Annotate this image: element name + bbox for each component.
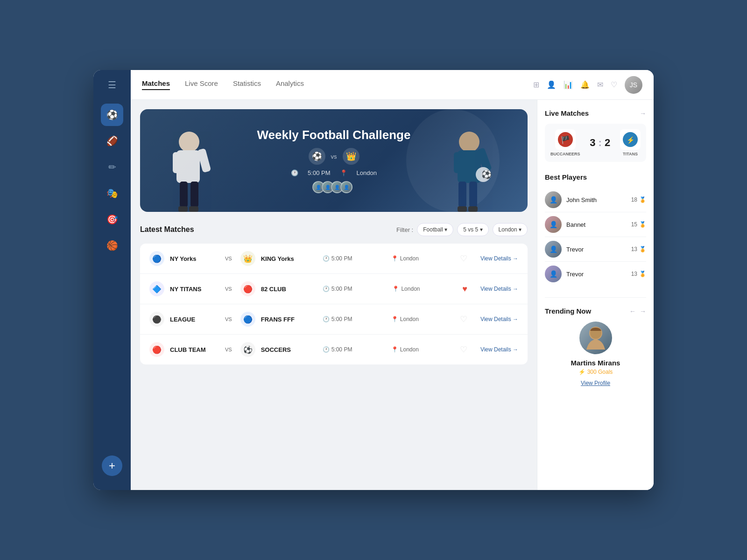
hero-title: Weekly Football Challenge	[257, 128, 411, 142]
pin-icon-4: 📍	[391, 346, 398, 353]
match-time-1: 🕐 5:00 PM	[313, 255, 386, 262]
trending-next-button[interactable]: →	[640, 308, 646, 315]
trending-player-goals: ⚡ 300 Goals	[578, 369, 613, 375]
live-matches-arrow[interactable]: →	[640, 110, 646, 117]
match-team1-name-4: CLUB TEAM	[170, 346, 217, 353]
match-team2-name-4: SOCCERS	[261, 346, 308, 353]
trending-player-avatar	[579, 322, 612, 354]
live-score1: 3	[590, 137, 595, 149]
sidebar-item-target[interactable]: 🎯	[101, 208, 123, 231]
favorite-button-2[interactable]: ♥	[462, 284, 467, 294]
player-row: 👤 Trevor 13 🏅	[545, 237, 646, 262]
player-name-3: Trevor	[566, 246, 627, 253]
live-team2-name: TITANS	[623, 152, 638, 156]
menu-icon[interactable]: ☰	[108, 79, 116, 91]
favorite-button-4[interactable]: ♡	[460, 344, 467, 355]
view-profile-button[interactable]: View Profile	[581, 380, 610, 386]
trending-goals-icon: ⚡	[578, 369, 585, 375]
hero-avatars: 👤 👤 👤 👤	[257, 181, 411, 193]
svg-point-0	[179, 132, 199, 152]
filter-format[interactable]: 5 vs 5 ▾	[457, 223, 488, 236]
match-vs-4: VS	[222, 347, 235, 352]
sidebar-item-mask[interactable]: 🎭	[101, 182, 123, 204]
favorite-button-1[interactable]: ♡	[460, 253, 467, 264]
svg-rect-4	[180, 182, 188, 207]
match-row: 🔷 NY TITANS VS 🔴 82 CLUB 🕐 5:00 PM 📍 Lon…	[140, 274, 528, 304]
trending-header: Trending Now ← →	[545, 307, 646, 315]
view-details-button-3[interactable]: View Details →	[480, 316, 518, 322]
live-match-card: 🏴 BUCCANEERS 3 : 2	[545, 124, 646, 162]
player-avatar-1: 👤	[545, 191, 562, 208]
match-location-1: 📍 London	[391, 255, 454, 262]
nav-analytics[interactable]: Analytics	[276, 79, 304, 90]
nav-statistics[interactable]: Statistics	[233, 79, 261, 90]
filter-sport[interactable]: Football ▾	[417, 223, 453, 236]
player-score-4: 13 🏅	[631, 271, 646, 277]
view-details-button-1[interactable]: View Details →	[480, 255, 518, 262]
view-details-button-2[interactable]: View Details →	[480, 286, 518, 292]
sidebar-item-american-football[interactable]: 🏈	[101, 130, 123, 152]
people-icon[interactable]: 👤	[547, 80, 556, 89]
add-button[interactable]: +	[102, 455, 122, 476]
filter-area: Filter : Football ▾ 5 vs 5 ▾ London ▾	[396, 223, 528, 236]
favorites-icon[interactable]: ♡	[611, 80, 617, 89]
main-panel: ⚽ Weekly Football Challenge ⚽ vs 👑 🕐 5:0…	[131, 100, 537, 490]
favorite-button-3[interactable]: ♡	[460, 314, 467, 324]
clock-icon-1: 🕐	[323, 255, 330, 262]
top-nav: Matches Live Score Statistics Analytics …	[131, 70, 654, 100]
player-score-2: 15 🏅	[631, 221, 646, 228]
live-team1: 🏴 BUCCANEERS	[550, 129, 580, 156]
nav-matches[interactable]: Matches	[142, 79, 170, 90]
hero-clock-icon: 🕐	[291, 169, 298, 176]
trending-prev-button[interactable]: ←	[629, 308, 636, 315]
filter-location[interactable]: London ▾	[493, 223, 528, 236]
hero-info: 🕐 5:00 PM 📍 London	[257, 169, 411, 176]
match-team2-logo-4: ⚽	[240, 342, 255, 357]
view-details-button-4[interactable]: View Details →	[480, 346, 518, 353]
svg-rect-2	[173, 152, 181, 173]
notification-icon[interactable]: 🔔	[580, 80, 590, 89]
player-row: 👤 Trevor 13 🏅	[545, 262, 646, 286]
nav-live-score[interactable]: Live Score	[185, 79, 218, 90]
latest-matches-header: Latest Matches Filter : Football ▾ 5 vs …	[140, 223, 528, 236]
match-team2-name-3: FRANS FFF	[261, 316, 308, 323]
filter-label: Filter :	[396, 226, 413, 233]
clock-icon-2: 🕐	[323, 286, 330, 292]
live-team1-logo: 🏴	[555, 129, 576, 150]
svg-rect-15	[468, 206, 478, 212]
nav-links: Matches Live Score Statistics Analytics	[142, 79, 518, 90]
match-vs-1: VS	[222, 256, 235, 261]
latest-matches-title: Latest Matches	[140, 225, 194, 234]
svg-rect-14	[458, 206, 467, 212]
american-football-icon: 🏈	[106, 135, 118, 147]
match-row: 🔵 NY Yorks VS 👑 KING Yorks 🕐 5:00 PM 📍 L…	[140, 244, 528, 274]
score-icon-1: 🏅	[639, 196, 646, 203]
sidebar-item-pencil[interactable]: ✏	[101, 156, 123, 178]
clock-icon-4: 🕐	[323, 346, 330, 353]
grid-icon[interactable]: ⊞	[533, 80, 539, 89]
player-score-3: 13 🏅	[631, 246, 646, 252]
live-matches-section: Live Matches → 🏴 BUCCANEERS	[545, 109, 646, 162]
pencil-icon: ✏	[108, 161, 116, 173]
player-score-1: 18 🏅	[631, 196, 646, 203]
user-avatar[interactable]: JS	[625, 76, 642, 94]
match-team2-name-2: 82 CLUB	[261, 286, 308, 293]
mail-icon[interactable]: ✉	[597, 80, 603, 89]
sidebar-item-football[interactable]: ⚽	[101, 104, 123, 126]
basketball-icon: 🏀	[106, 240, 118, 251]
hero-location: London	[357, 169, 377, 176]
svg-rect-6	[178, 206, 188, 212]
sidebar-item-basketball[interactable]: 🏀	[101, 234, 123, 257]
live-team1-name: BUCCANEERS	[550, 152, 580, 156]
trending-goals-count: 300 Goals	[587, 369, 613, 375]
trending-nav: ← →	[629, 308, 646, 315]
bar-chart-icon[interactable]: 📊	[564, 80, 573, 89]
svg-text:⚡: ⚡	[627, 136, 635, 144]
svg-rect-10	[454, 152, 462, 173]
hero-banner: ⚽ Weekly Football Challenge ⚽ vs 👑 🕐 5:0…	[140, 109, 528, 212]
matches-list: 🔵 NY Yorks VS 👑 KING Yorks 🕐 5:00 PM 📍 L…	[140, 244, 528, 364]
match-team2-logo-3: 🔵	[240, 312, 255, 327]
best-players-title: Best Players	[545, 173, 587, 181]
svg-text:⚽: ⚽	[481, 169, 492, 180]
clock-icon-3: 🕐	[323, 316, 330, 322]
